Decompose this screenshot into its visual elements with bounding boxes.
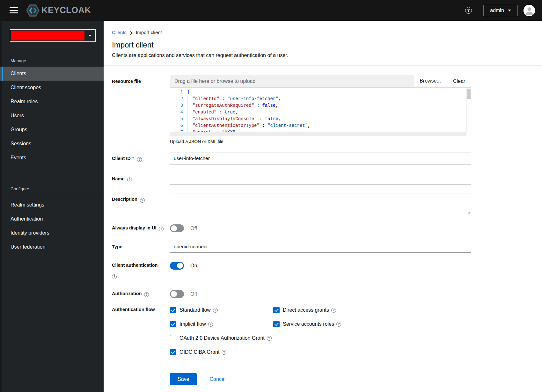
save-button[interactable]: Save	[170, 373, 197, 385]
brand-text: KEYCLOAK	[41, 5, 91, 15]
checkbox-label: Service accounts roles	[283, 321, 334, 327]
file-drop-zone[interactable]: Drag a file here or browse to upload	[170, 75, 414, 87]
auth-flow-row: Authentication flow Standard flow?Direct…	[112, 306, 542, 355]
breadcrumb-link-clients[interactable]: Clients	[112, 30, 127, 35]
checkbox-standard-flow[interactable]: Standard flow?	[170, 307, 273, 313]
help-icon[interactable]: ?	[127, 178, 132, 182]
checkbox-label: OIDC CIBA Grant	[179, 349, 219, 355]
help-icon[interactable]: ?	[331, 308, 336, 313]
help-icon[interactable]: ?	[208, 322, 213, 327]
checkbox-direct-access-grants[interactable]: Direct access grants?	[273, 307, 471, 313]
browse-button[interactable]: Browse...	[414, 75, 447, 87]
checkbox-checked-icon	[273, 307, 280, 313]
editor-vertical-scrollbar[interactable]	[466, 88, 471, 132]
sidebar-item-user-federation[interactable]: User federation	[0, 240, 104, 254]
code-line: 4 "enabled" : true,	[170, 109, 471, 116]
checkbox-unchecked-icon	[170, 335, 176, 341]
sidebar-item-events[interactable]: Events	[0, 151, 104, 165]
toggle-track	[170, 224, 184, 232]
file-drop-placeholder: Drag a file here or browse to upload	[174, 78, 255, 84]
resource-file-label: Resource file	[112, 75, 170, 144]
help-icon[interactable]: ?	[222, 350, 226, 355]
code-line-content: "enabled" : true,	[183, 109, 238, 116]
checkbox-implicit-flow[interactable]: Implicit flow?	[170, 321, 273, 327]
toggle-state-label: Off	[190, 226, 197, 231]
checkbox-oauth-2-0-device-authorization-grant[interactable]: OAuth 2.0 Device Authorization Grant?	[170, 335, 273, 341]
toggle-state-label: Off	[190, 291, 197, 297]
checkbox-checked-icon	[273, 321, 280, 327]
checkbox-label: Direct access grants	[283, 307, 329, 313]
sidebar-item-client-scopes[interactable]: Client scopes	[0, 81, 104, 95]
client-auth-row: Client authentication ? On	[112, 261, 542, 279]
description-textarea[interactable]	[170, 193, 471, 214]
line-number: 4	[170, 109, 183, 116]
toggle-knob	[171, 225, 177, 231]
user-menu-dropdown[interactable]: admin	[483, 5, 518, 16]
always-display-row: Always display in UI? Off	[112, 224, 542, 232]
sidebar-item-authentication[interactable]: Authentication	[0, 212, 104, 226]
name-label: Name?	[112, 173, 170, 185]
always-display-toggle[interactable]: Off	[170, 224, 471, 232]
client-auth-toggle[interactable]: On	[170, 261, 471, 270]
sidebar-item-realm-roles[interactable]: Realm roles	[0, 95, 104, 109]
main-content: Clients ❯ Import client Import client Cl…	[104, 21, 542, 392]
sidebar: Manage ClientsClient scopesRealm rolesUs…	[0, 21, 104, 392]
help-icon[interactable]: ?	[159, 227, 164, 231]
description-label: Description?	[112, 193, 170, 215]
sidebar-item-sessions[interactable]: Sessions	[0, 137, 104, 151]
breadcrumb-current: Import client	[136, 30, 162, 35]
code-line-content: {	[183, 89, 190, 96]
name-input[interactable]	[170, 173, 471, 185]
hamburger-bar	[10, 12, 18, 13]
type-row: Type	[112, 241, 542, 253]
help-icon[interactable]: ?	[267, 336, 272, 341]
page-header: Clients ❯ Import client Import client Cl…	[104, 21, 542, 66]
keycloak-logo[interactable]: KEYCLOAK	[26, 4, 91, 17]
sidebar-item-identity-providers[interactable]: Identity providers	[0, 226, 104, 240]
help-icon[interactable]: ?	[112, 274, 117, 279]
checkbox-checked-icon	[170, 321, 176, 327]
masthead: KEYCLOAK ? admin	[0, 0, 542, 21]
help-icon[interactable]: ?	[336, 322, 341, 327]
type-label: Type	[112, 241, 170, 253]
type-input[interactable]	[170, 241, 471, 253]
description-row: Description?	[112, 193, 542, 215]
sidebar-item-realm-settings[interactable]: Realm settings	[0, 198, 104, 212]
nav-list-configure: Realm settingsAuthenticationIdentity pro…	[0, 198, 104, 254]
help-icon[interactable]: ?	[465, 7, 472, 14]
sidebar-item-users[interactable]: Users	[0, 109, 104, 123]
line-number: 2	[170, 96, 183, 102]
sidebar-item-groups[interactable]: Groups	[0, 123, 104, 137]
help-icon[interactable]: ?	[144, 292, 149, 297]
hamburger-bar	[10, 10, 18, 11]
form-actions: Save Cancel	[112, 373, 542, 385]
nav-gap	[0, 165, 104, 180]
clear-button[interactable]: Clear	[447, 75, 471, 87]
help-icon[interactable]: ?	[137, 157, 142, 162]
checkbox-service-accounts-roles[interactable]: Service accounts roles?	[273, 321, 471, 327]
code-line-content: "clientId" : "user-info-fetcher",	[183, 96, 281, 102]
help-icon[interactable]: ?	[140, 198, 145, 203]
line-number: 5	[170, 116, 183, 122]
editor-horizontal-scrollbar[interactable]	[170, 132, 466, 136]
nav-section-title-manage: Manage	[0, 52, 104, 67]
authorization-label: Authorization?	[112, 289, 170, 298]
scrollbar-thumb[interactable]	[467, 89, 471, 99]
authorization-toggle[interactable]: Off	[170, 289, 471, 298]
nav-toggle-button[interactable]	[10, 7, 18, 13]
toggle-knob	[177, 263, 183, 269]
toggle-track	[170, 262, 184, 270]
cancel-button[interactable]: Cancel	[209, 376, 225, 382]
page-subtitle: Clients are applications and services th…	[112, 53, 534, 58]
sidebar-item-clients[interactable]: Clients	[0, 67, 104, 81]
client-id-input[interactable]	[170, 152, 471, 164]
checkbox-checked-icon	[170, 349, 176, 355]
checkbox-oidc-ciba-grant[interactable]: OIDC CIBA Grant?	[170, 349, 273, 355]
checkbox-label: Implicit flow	[179, 321, 206, 327]
avatar[interactable]	[524, 5, 535, 16]
name-row: Name?	[112, 173, 542, 185]
code-editor[interactable]: 1{2 "clientId" : "user-info-fetcher",3 "…	[170, 87, 471, 136]
help-icon[interactable]: ?	[213, 308, 218, 313]
realm-selector[interactable]	[10, 29, 96, 42]
toggle-state-label: On	[190, 263, 197, 269]
